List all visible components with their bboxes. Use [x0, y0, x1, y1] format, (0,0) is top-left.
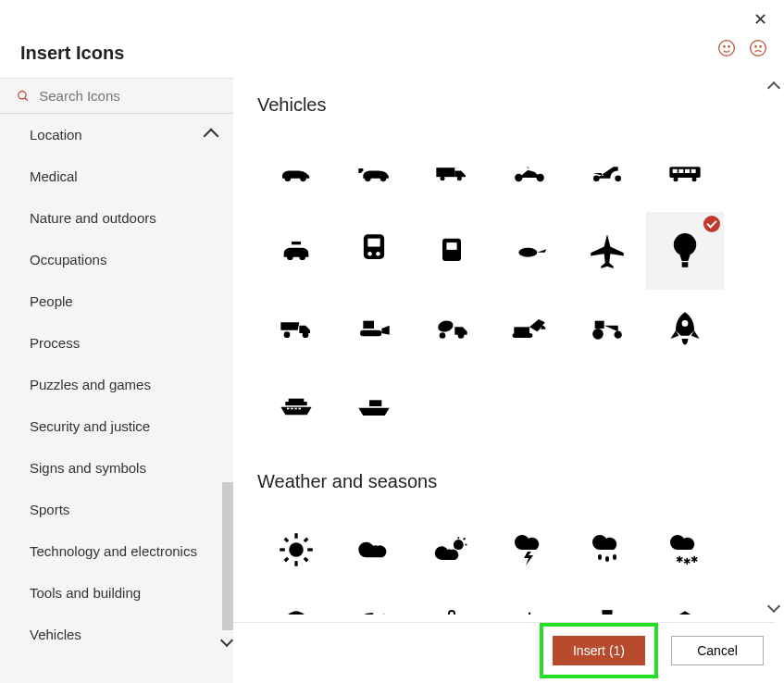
- scooter-icon[interactable]: [568, 134, 646, 212]
- cement-truck-icon[interactable]: [413, 290, 491, 367]
- section-title-weather: Weather and seasons: [257, 471, 760, 492]
- category-label: Medical: [30, 168, 78, 184]
- category-item-people[interactable]: People: [0, 280, 233, 322]
- category-label: Signs and symbols: [30, 460, 146, 476]
- tractor-icon[interactable]: [568, 290, 646, 367]
- thermometer-icon[interactable]: [413, 589, 491, 615]
- close-button[interactable]: ✕: [753, 9, 767, 30]
- main-panel: Vehicles Weather and seasons ✱✱✱ ✦✦ ❄: [233, 78, 784, 615]
- svg-rect-45: [289, 399, 305, 402]
- svg-point-1: [724, 46, 725, 47]
- svg-point-20: [674, 177, 678, 181]
- snowman-icon[interactable]: [568, 589, 646, 615]
- category-item-puzzles[interactable]: Puzzles and games: [0, 364, 233, 405]
- svg-point-5: [760, 46, 761, 47]
- insert-button[interactable]: Insert (1): [553, 636, 645, 665]
- electric-car-icon[interactable]: [335, 134, 413, 212]
- feedback-smile-icon[interactable]: [717, 39, 736, 57]
- bulldozer-icon[interactable]: [335, 290, 413, 367]
- bus-icon[interactable]: [646, 134, 724, 212]
- svg-rect-78: [602, 610, 612, 614]
- svg-point-36: [437, 319, 454, 334]
- svg-point-26: [376, 252, 380, 255]
- svg-point-0: [719, 41, 735, 56]
- hot-air-balloon-icon[interactable]: [646, 212, 724, 290]
- svg-point-42: [592, 329, 604, 340]
- svg-point-25: [367, 252, 371, 255]
- category-list: Location Medical Nature and outdoors Occ…: [0, 114, 233, 665]
- svg-point-37: [440, 332, 446, 339]
- dump-truck-icon[interactable]: [257, 290, 335, 367]
- helicopter-icon[interactable]: [491, 212, 568, 290]
- airplane-icon[interactable]: [568, 212, 646, 290]
- svg-rect-18: [685, 169, 690, 173]
- cancel-button[interactable]: Cancel: [671, 636, 764, 665]
- dialog-title: Insert Icons: [20, 43, 124, 64]
- seed-packet-icon[interactable]: [646, 589, 724, 615]
- svg-rect-22: [292, 242, 301, 244]
- svg-point-33: [303, 331, 309, 338]
- svg-rect-49: [294, 408, 297, 410]
- category-label: Occupations: [30, 252, 106, 267]
- feedback-frown-icon[interactable]: [749, 39, 767, 57]
- category-item-occupations[interactable]: Occupations: [0, 239, 233, 280]
- snow-cloud-icon[interactable]: ✱✱✱: [646, 511, 724, 589]
- car-icon[interactable]: [257, 134, 335, 212]
- category-label: People: [30, 293, 73, 309]
- train-icon[interactable]: [335, 212, 413, 290]
- svg-point-29: [518, 248, 537, 257]
- footer: Insert (1) Cancel: [233, 622, 775, 677]
- snowflake-icon[interactable]: ❄: [491, 589, 568, 615]
- sidebar-scrollbar[interactable]: [222, 482, 233, 630]
- umbrella-icon[interactable]: [257, 589, 335, 615]
- cargo-ship-icon[interactable]: [335, 367, 413, 445]
- search-icon: [17, 89, 30, 104]
- svg-point-4: [755, 46, 756, 47]
- svg-point-67: [613, 554, 616, 560]
- excavator-icon[interactable]: [491, 290, 568, 367]
- partly-cloudy-icon[interactable]: [413, 511, 491, 589]
- svg-point-65: [598, 554, 602, 560]
- svg-point-2: [728, 46, 729, 47]
- truck-icon[interactable]: [413, 134, 491, 212]
- category-item-signs[interactable]: Signs and symbols: [0, 447, 233, 489]
- category-label: Vehicles: [30, 627, 81, 642]
- svg-rect-34: [363, 321, 374, 329]
- svg-rect-16: [673, 169, 678, 173]
- cloud-icon[interactable]: [335, 511, 413, 589]
- category-item-technology[interactable]: Technology and electronics: [0, 530, 233, 572]
- category-item-nature[interactable]: Nature and outdoors: [0, 197, 233, 239]
- svg-rect-28: [446, 242, 456, 250]
- rocket-icon[interactable]: [646, 290, 724, 367]
- category-item-medical[interactable]: Medical: [0, 155, 233, 197]
- search-row: [0, 79, 233, 114]
- rain-icon[interactable]: [568, 511, 646, 589]
- category-item-sports[interactable]: Sports: [0, 489, 233, 530]
- search-input[interactable]: [39, 88, 217, 104]
- motorcycle-icon[interactable]: [491, 134, 568, 212]
- svg-point-66: [605, 556, 609, 562]
- svg-point-30: [674, 233, 696, 255]
- category-item-process[interactable]: Process: [0, 322, 233, 364]
- svg-point-21: [692, 177, 697, 181]
- taxi-icon[interactable]: [257, 212, 335, 290]
- svg-point-43: [615, 331, 622, 339]
- thunderstorm-icon[interactable]: [491, 511, 568, 589]
- category-item-vehicles[interactable]: Vehicles: [0, 614, 233, 655]
- category-label: Tools and building: [30, 585, 141, 601]
- cruise-ship-icon[interactable]: [257, 367, 335, 445]
- svg-rect-35: [360, 330, 381, 337]
- svg-rect-17: [678, 169, 683, 173]
- category-item-location[interactable]: Location: [0, 114, 233, 155]
- category-item-weather[interactable]: Weather and seasons: [0, 655, 233, 665]
- category-item-security[interactable]: Security and justice: [0, 405, 233, 447]
- svg-line-64: [464, 538, 466, 540]
- sun-icon[interactable]: [257, 511, 335, 589]
- svg-rect-50: [299, 408, 302, 410]
- tram-icon[interactable]: [413, 212, 491, 290]
- category-item-tools[interactable]: Tools and building: [0, 572, 233, 614]
- svg-rect-8: [436, 168, 454, 177]
- category-label: Sports: [30, 502, 69, 517]
- moon-stars-icon[interactable]: ✦✦: [335, 589, 413, 615]
- svg-rect-73: [449, 611, 454, 615]
